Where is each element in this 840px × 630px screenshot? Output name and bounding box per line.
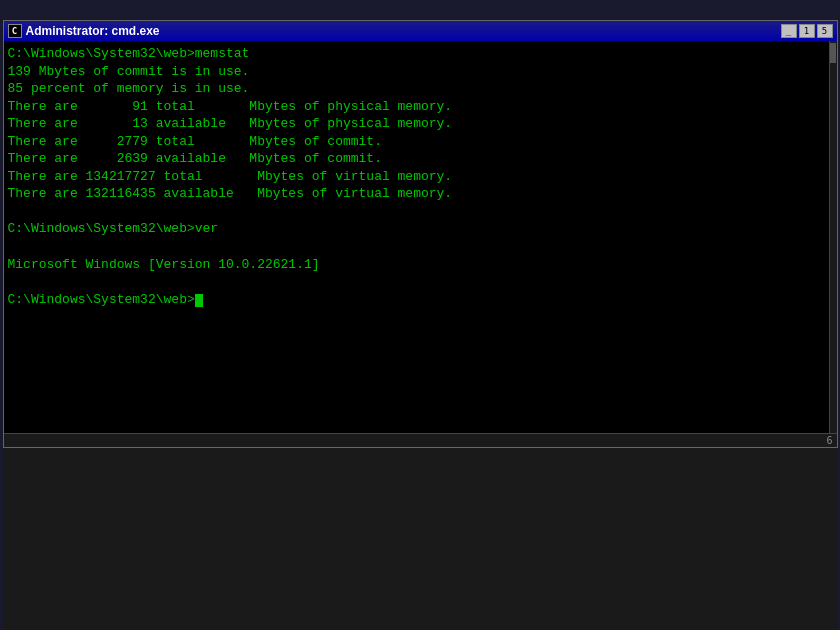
below-window-area <box>3 448 838 630</box>
scrollbar-thumb <box>830 43 836 63</box>
close-button[interactable]: 5 <box>817 24 833 38</box>
status-text: 6 <box>826 435 832 446</box>
minimize-button[interactable]: _ <box>781 24 797 38</box>
window-icon: C <box>8 24 22 38</box>
scrollbar-vertical[interactable] <box>829 41 837 433</box>
terminal-output[interactable]: C:\Windows\System32\web>memstat 139 Mbyt… <box>4 41 829 433</box>
status-bar: 6 <box>4 433 837 447</box>
cmd-window: C Administrator: cmd.exe _ 1 5 C:\Window… <box>3 20 838 448</box>
titlebar: C Administrator: cmd.exe _ 1 5 <box>4 21 837 41</box>
window-title: Administrator: cmd.exe <box>26 24 160 38</box>
titlebar-left: C Administrator: cmd.exe <box>8 24 160 38</box>
terminal-area: C:\Windows\System32\web>memstat 139 Mbyt… <box>4 41 837 433</box>
titlebar-buttons: _ 1 5 <box>781 24 833 38</box>
restore-button[interactable]: 1 <box>799 24 815 38</box>
cursor <box>195 294 203 307</box>
